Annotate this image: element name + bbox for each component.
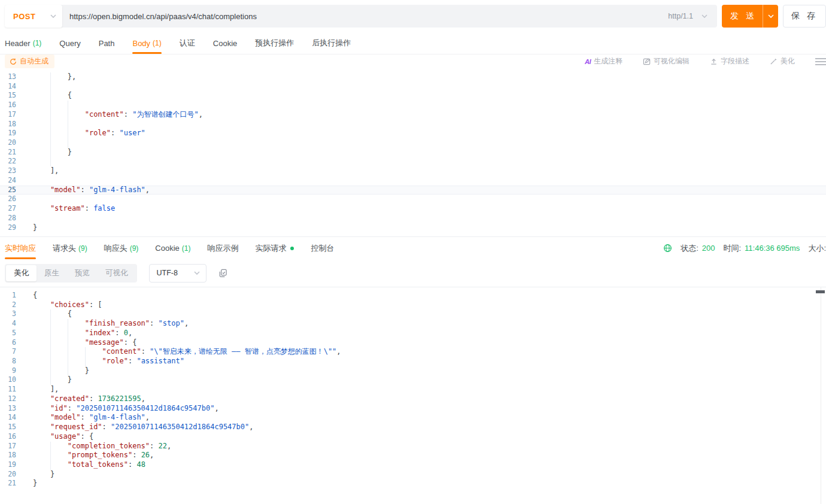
line-content: { — [24, 309, 826, 319]
more-options-icon[interactable] — [814, 57, 826, 66]
code-line: 13"id": "202501071146350412d1864c9547b0"… — [0, 404, 826, 414]
toolbar-item-3[interactable]: 字段描述 — [710, 56, 749, 66]
indent-guide — [50, 338, 51, 348]
code-token: : — [111, 129, 119, 137]
line-content: "model": "glm-4-flash", — [24, 413, 826, 423]
indent-guide — [68, 319, 68, 329]
line-content: "message": { — [24, 338, 826, 348]
line-number: 7 — [0, 347, 24, 357]
response-tab-5[interactable]: 响应示例 — [207, 237, 238, 259]
response-tab-4[interactable]: Cookie(1) — [155, 237, 190, 259]
indent-guide — [50, 72, 51, 82]
request-tab-6[interactable]: Cookie — [213, 32, 237, 54]
line-content: } — [24, 223, 826, 233]
code-line: 7"content": "\"智启未来，谱绘无限 —— 智谱，点亮梦想的蓝图！\… — [0, 347, 826, 357]
indent-guide — [68, 366, 68, 376]
response-tab-7[interactable]: 控制台 — [311, 237, 334, 259]
toolbar-item-2[interactable]: 可视化编辑 — [643, 56, 690, 66]
line-number: 17 — [0, 110, 24, 120]
line-number: 29 — [0, 223, 24, 233]
line-number: 16 — [0, 432, 24, 442]
view-mode-4[interactable]: 可视化 — [98, 265, 136, 281]
status-label: 状态: — [681, 243, 699, 254]
view-mode-3[interactable]: 预览 — [67, 265, 98, 281]
tab-count-badge: (1) — [153, 39, 162, 47]
encoding-select[interactable]: UTF-8 — [149, 264, 206, 283]
refresh-icon — [10, 58, 17, 65]
line-number: 14 — [0, 413, 24, 423]
code-token: } — [68, 148, 72, 156]
code-token: "id" — [50, 404, 68, 412]
line-number: 15 — [0, 91, 24, 101]
code-line: 12"created": 1736221595, — [0, 394, 826, 404]
http-version-select[interactable]: http/1.1 — [658, 5, 717, 28]
code-line: 23], — [0, 166, 826, 176]
indent-guide — [85, 347, 86, 357]
field-desc-icon — [710, 57, 718, 65]
response-tab-3[interactable]: 响应头(9) — [104, 237, 139, 259]
tab-label: Header — [5, 39, 31, 48]
line-content: ], — [24, 166, 826, 176]
response-tab-6[interactable]: 实际请求 — [255, 237, 294, 259]
chevron-down-icon — [50, 14, 56, 18]
request-tab-3[interactable]: Path — [99, 32, 115, 54]
indent-guide — [68, 101, 68, 110]
code-token: 48 — [136, 460, 145, 469]
indent-guide — [68, 120, 68, 129]
response-tab-1[interactable]: 实时响应 — [5, 237, 36, 259]
view-mode-2[interactable]: 原生 — [37, 265, 67, 281]
toolbar-item-1[interactable]: AI生成注释 — [585, 56, 622, 66]
method-select[interactable]: POST — [5, 5, 62, 28]
copy-response-button[interactable] — [218, 269, 227, 278]
request-tab-1[interactable]: Header(1) — [5, 32, 41, 54]
line-number: 25 — [0, 186, 24, 195]
indent-guide — [68, 357, 68, 366]
url-input[interactable] — [62, 5, 658, 28]
tab-label: 实际请求 — [255, 243, 286, 254]
request-tab-7[interactable]: 预执行操作 — [255, 32, 294, 54]
request-tab-5[interactable]: 认证 — [180, 32, 195, 54]
toolbar-item-4[interactable]: 美化 — [770, 56, 795, 66]
response-body-viewer[interactable]: 1{2"choices": [3{4"finish_reason": "stop… — [0, 287, 826, 504]
request-tab-4[interactable]: Body(1) — [132, 32, 161, 54]
send-button[interactable]: 发 送 — [722, 5, 778, 28]
code-line: 18 — [0, 120, 826, 129]
request-tab-8[interactable]: 后执行操作 — [312, 32, 351, 54]
request-tab-2[interactable]: Query — [59, 32, 80, 54]
code-token: 0 — [124, 329, 128, 337]
tab-count-badge: (9) — [78, 244, 87, 253]
line-number: 13 — [0, 404, 24, 414]
code-token: "request_id" — [50, 423, 102, 431]
indent-guide — [50, 129, 51, 138]
code-line: 3{ — [0, 309, 826, 319]
save-button-label: 保 存 — [791, 11, 818, 22]
code-token: , — [336, 347, 341, 356]
indent-guide — [68, 138, 68, 148]
code-token: , — [150, 451, 154, 459]
line-content — [24, 101, 826, 110]
code-token: { — [68, 91, 72, 99]
response-header: 实时响应请求头(9)响应头(9)Cookie(1)响应示例实际请求控制台 状态:… — [0, 236, 826, 259]
auto-generate-button[interactable]: 自动生成 — [5, 54, 54, 68]
tab-label: 响应头 — [104, 243, 127, 254]
toolbar-item-label: 生成注释 — [594, 56, 622, 66]
toolbar-item-label: 字段描述 — [721, 56, 749, 66]
line-number: 18 — [0, 451, 24, 460]
line-content: "usage": { — [24, 432, 826, 442]
save-button[interactable]: 保 存 — [783, 5, 826, 28]
code-token: 26 — [141, 451, 150, 459]
send-options-arrow[interactable] — [763, 5, 778, 28]
response-tab-2[interactable]: 请求头(9) — [53, 237, 87, 259]
line-number: 28 — [0, 214, 24, 223]
code-token: : — [115, 329, 123, 337]
view-mode-1[interactable]: 美化 — [6, 265, 37, 281]
line-number: 14 — [0, 82, 24, 92]
line-content: "completion_tokens": 22, — [24, 442, 826, 451]
code-token: "user" — [120, 129, 145, 137]
line-number: 15 — [0, 423, 24, 432]
request-body-editor[interactable]: 13},1415{1617"content": "为智谱创建个口号",1819"… — [0, 68, 826, 236]
tab-label: 后执行操作 — [312, 38, 351, 48]
body-editor-toolbar: 自动生成 AI生成注释可视化编辑字段描述美化 — [0, 54, 826, 68]
ai-icon: AI — [585, 58, 591, 65]
code-token: "created" — [50, 394, 89, 403]
